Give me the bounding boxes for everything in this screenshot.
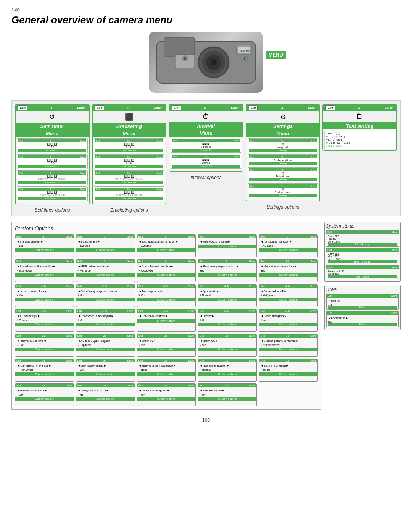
self-timer-item-3: FullOnSave 🔲🔲🔲 MIRROR ONCE DOWN Self Tim…: [17, 170, 88, 185]
bracketing-enter-btn[interactable]: Enter: [153, 106, 163, 110]
text-setting-body: xVUXYZ[\]^ +,-./abcdefg ~hijklmnop ⊙ Jen…: [323, 129, 396, 150]
custom-options-title: Custom Options: [15, 225, 318, 231]
bracketing-icon: ⬛: [93, 111, 166, 123]
text-setting-content: xVUXYZ[\]^ +,-./abcdefg ~hijklmnop ⊙ Jen…: [324, 131, 395, 149]
settings-menu-col: Exit 4 Enter ⚙ Settings Menu Exit41Enter…: [246, 104, 320, 213]
settings-item-41: Exit41Enter ⊟Image info Settings: [248, 138, 319, 153]
custom-box-24: Exit-24-Save ◄ Show ISO ► ÷ Yes Custom o…: [198, 334, 257, 357]
custom-box-31: Exit-31-Save ◄ True Focus in AE-S ► ÷ Of…: [15, 383, 74, 406]
drive-item-single: ExitSave ◄ Single ► □ 3 Drive: [326, 294, 399, 310]
bracketing-num: 2: [127, 106, 129, 110]
interval-enter-btn[interactable]: Enter: [229, 106, 240, 110]
settings-options-label: Settings options: [246, 204, 320, 210]
bracketing-subtitle: Menu: [93, 130, 166, 137]
interval-title: Interval: [169, 122, 243, 129]
camera-image: 5.6 400: [149, 32, 263, 93]
system-status-box: System status ExitMeet Body 772 Hps 59 L…: [324, 222, 401, 282]
custom-box-1: Exit-1-Save ◄ Standby timeout ► ÷ 10s Cu…: [15, 234, 74, 257]
text-setting-col: Exit 5 Enter 🗒 Text setting xVUXYZ[\]^ +…: [322, 104, 397, 213]
text-setting-header: Exit 5 Enter: [323, 105, 396, 111]
self-timer-num: 1: [50, 106, 52, 110]
svg-point-9: [244, 57, 248, 60]
custom-box-11: Exit-11-Save ◄ Lens exposure lock ► ÷ Ye…: [15, 284, 74, 307]
interval-menu-col: Exit 3 Enter ⏱ Interval Menu FullOnSave …: [169, 104, 243, 213]
interval-body: FullOnSave ▣▣▣ 2 frames Interval Off Ful…: [169, 137, 243, 171]
interval-subtitle: Menu: [169, 129, 243, 137]
bracketing-item-4: FullOnSave 🔲🔲🔲 DELAY+MIRROR UP Self Time…: [94, 186, 165, 201]
self-timer-menu-col: Exit 1 Enter ↺ Self Timer Menu FullOnSav…: [15, 104, 90, 213]
interval-num: 3: [204, 106, 206, 110]
custom-box-28: Exit-28-Save ◄ Interval timer initial de…: [137, 359, 196, 382]
custom-box-13: Exit-13-Save ◄ True exposure ► ÷ On Cust…: [137, 284, 196, 307]
custom-box-14: Exit-14-Save ◄ Spot mode ► ÷ Normal Cust…: [198, 284, 257, 307]
svg-point-5: [211, 59, 217, 65]
custom-box-32: Exit-32-Save ◄ Always return mirror ► ÷ …: [76, 383, 135, 406]
bracketing-options-label: Bracketing options: [92, 207, 167, 213]
status-item-body: ExitMeet Body 772 Hps 59 Lens 1495 Info …: [326, 230, 399, 247]
self-timer-title: Self Timer: [16, 123, 89, 130]
custom-box-15: Exit-15-Save ◄ Focus aid in MF ► ÷ Half …: [259, 284, 318, 307]
self-timer-icon: ↺: [16, 111, 89, 123]
settings-exit-btn[interactable]: Exit: [249, 105, 258, 110]
custom-box-12: Exit-12-Save ◄ Out of range exposure loc…: [76, 284, 135, 307]
settings-menu-header: Exit 4 Enter: [246, 105, 320, 111]
interval-exit-btn[interactable]: Exit: [172, 105, 181, 110]
self-timer-item-2: FullOnSave 🔲🔲🔲 ÷ 10x Self Timer Off: [17, 154, 88, 169]
custom-box-30: Exit-30-Save ◄ Extra mirror delay ► ÷ 50…: [259, 359, 318, 382]
page-wrapper: H4D General overview of camera menu 5.6 …: [0, 0, 412, 430]
bracketing-menu-col: Exit 2 Enter ⬛ Bracketing Menu FullOnSav…: [92, 104, 167, 213]
self-timer-menu-header: Exit 1 Enter: [16, 105, 89, 111]
bracketing-item-2: FullOnSave 🔲🔲🔲 ÷ 10x Self Timer Off: [94, 154, 165, 169]
custom-box-19: Exit-19-Save ◄ Beeper ► ÷ On Custom opti…: [198, 309, 257, 332]
status-item-version: ExitMeet Body 312 Hps 1420 Lens 1200 Inf…: [326, 248, 399, 264]
text-setting-enter-btn[interactable]: Enter: [383, 106, 394, 110]
custom-box-8: Exit-8-Save ◄ Control wheel direction ► …: [137, 259, 196, 282]
settings-enter-btn[interactable]: Enter: [306, 106, 317, 110]
self-timer-enter-btn[interactable]: Enter: [76, 106, 86, 110]
interval-options-label: Interval options: [169, 175, 243, 180]
settings-body: Exit41Enter ⊟Image info Settings Exit42E…: [246, 137, 320, 201]
h4d-label: H4D: [11, 8, 401, 12]
settings-menu-box: Exit 4 Enter ⚙ Settings Menu Exit41Enter…: [246, 104, 320, 201]
svg-point-12: [184, 57, 186, 60]
interval-item-2: FullOnSave ▣▣▣ 20m5s Interval Off: [171, 154, 241, 169]
custom-box-34: Exit-34-Save ◄Hide B/T-mode► ÷ Off Custo…: [198, 383, 257, 406]
custom-box-4: Exit-4-Save ◄ True Focus function ► Cust…: [198, 234, 257, 257]
system-status-title: System status: [326, 223, 399, 229]
custom-box-25: Exit-25-Save ◄Bracket param. in Manual► …: [259, 334, 318, 357]
settings-icon: ⚙: [246, 111, 320, 123]
self-timer-options-label: Self timer options: [15, 207, 90, 213]
bracketing-exit-btn[interactable]: Exit: [95, 105, 105, 110]
settings-num: 4: [281, 106, 283, 110]
right-col: System status ExitMeet Body 772 Hps 59 L…: [324, 222, 401, 414]
custom-box-10: Exit-10-Save ◄ Magazine exposure lock ► …: [259, 259, 318, 282]
custom-box-29: Exit-29-Save ◄ Aperture indication ► ÷ N…: [198, 359, 257, 382]
text-setting-num: 5: [358, 106, 360, 110]
custom-box-33: Exit-33-Save ◄ AE-lock at halfpress ► ÷ …: [137, 383, 196, 406]
custom-options-section: Custom Options Exit-1-Save ◄ Standby tim…: [11, 222, 321, 410]
settings-subtitle: Menu: [246, 130, 320, 137]
custom-options-area: Custom Options Exit-1-Save ◄ Standby tim…: [11, 222, 321, 414]
camera-svg: 5.6 400: [153, 34, 259, 91]
settings-item-44: Exit44Enter ⊟System status Settings: [248, 183, 319, 198]
interval-icon: ⏱: [169, 111, 243, 122]
self-timer-item-4: FullOnSave 🔲🔲🔲 DELAY+MIRROR UP Self Time…: [17, 186, 88, 201]
custom-box-17: Exit-17-Save ◄ Rear wheel quick adjust ►…: [76, 309, 135, 332]
self-timer-subtitle: Menu: [16, 130, 89, 137]
svg-rect-1: [164, 37, 195, 57]
bracketing-menu-box: Exit 2 Enter ⬛ Bracketing Menu FullOnSav…: [92, 104, 167, 204]
custom-box-5: Exit-5-Save ◄ AE-L button function ► ÷ A…: [259, 234, 318, 257]
drive-section: Drive ExitSave ◄ Single ► □ 3 Drive Exit…: [324, 285, 401, 330]
custom-box-20: Exit-20-Save ◄ Show histogram ► ÷ Yes Cu…: [259, 309, 318, 332]
custom-box-23: Exit-23-Save ◄ Show EV ► ÷ Yes Custom op…: [137, 334, 196, 357]
text-setting-exit-btn[interactable]: Exit: [325, 105, 335, 110]
top-menus-container: Exit 1 Enter ↺ Self Timer Menu FullOnSav…: [11, 100, 401, 216]
bracketing-item-1: FullOnSave 🔲🔲🔲 ÷ 10s Self Timer Off: [94, 138, 165, 153]
self-timer-menu-box: Exit 1 Enter ↺ Self Timer Menu FullOnSav…: [15, 104, 90, 204]
self-timer-exit-btn[interactable]: Exit: [18, 105, 27, 110]
svg-text:5.6 400: 5.6 400: [240, 49, 251, 52]
menu-badge: MENU: [266, 51, 286, 59]
custom-box-27: Exit-27-Save ◄ Low flash warning ► ÷ On …: [76, 359, 135, 382]
text-setting-title: Text setting: [323, 122, 396, 129]
custom-box-22: Exit-22-Save ◄ AE-lock / Quick adjust ► …: [76, 334, 135, 357]
